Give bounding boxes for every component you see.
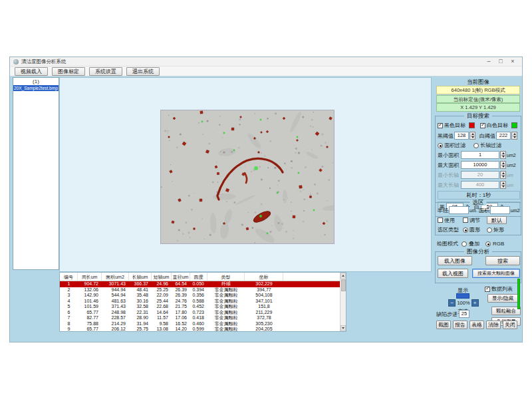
draw-mode-label: 绘图模式	[437, 240, 458, 247]
zoom-in-icon[interactable]: +	[471, 299, 479, 307]
radius-unit: um	[469, 208, 476, 213]
adjust-checkbox[interactable]	[463, 217, 468, 223]
circle-radio[interactable]	[463, 227, 468, 233]
menu-tab[interactable]: 退出系统	[126, 67, 160, 76]
table-row[interactable]: 1 904.72 3071.43 366.37 24.96 64.54 0.05…	[60, 281, 346, 287]
window-title: 清洁度图像分析系统	[21, 59, 66, 65]
axis-filter-label: 长轴过滤	[480, 142, 501, 149]
col-header[interactable]: 类型	[207, 273, 245, 281]
col-header[interactable]: 短轴um	[152, 273, 172, 281]
use-checkbox[interactable]	[438, 217, 443, 223]
table-row[interactable]: 8 75.88 214.29 31.94 9.58 16.52 0.460 非金…	[60, 321, 346, 327]
max-area-unit: um2	[507, 163, 516, 168]
radius-input[interactable]	[449, 206, 469, 214]
black-threshold-label: 黑阈值	[438, 132, 454, 140]
image-analysis-group: 图像分析 载入图像 搜索 载入视图 搜索最大颗粒图像	[435, 251, 521, 283]
current-image-title: 当前图像	[434, 78, 522, 85]
min-axis-stepper[interactable]	[500, 171, 506, 179]
table-row[interactable]: 4 101.46 481.63 30.16 25.44 24.76 0.588 …	[60, 299, 346, 305]
white-threshold-stepper[interactable]	[511, 132, 517, 140]
max-axis-input[interactable]: 400	[461, 181, 499, 189]
image-analysis-title: 图像分析	[464, 249, 492, 255]
area-filter-radio[interactable]	[438, 143, 443, 148]
image-viewport[interactable]	[59, 77, 432, 272]
col-header[interactable]: 圆度	[190, 273, 207, 281]
black-target-label: 黑色目标	[444, 122, 466, 129]
action-button[interactable]: 表格	[469, 321, 484, 329]
min-area-input[interactable]: 1	[461, 151, 499, 159]
black-threshold-input[interactable]: 128	[454, 132, 469, 140]
sel-area-unit: um2	[511, 208, 520, 213]
zoom-out-icon[interactable]: −	[448, 299, 456, 307]
min-area-stepper[interactable]	[500, 151, 506, 159]
menu-tab[interactable]: 图像标定	[52, 67, 85, 76]
col-header[interactable]: 直径um	[172, 273, 190, 281]
menu-tab[interactable]: 视频载入	[15, 67, 48, 76]
action-button[interactable]: 关闭	[503, 321, 517, 329]
show-hide-button[interactable]: 显示/隐藏	[487, 294, 518, 303]
table-row[interactable]: 9 65.77 206.12 25.75 13.08 14.20 0.599 非…	[60, 327, 346, 332]
file-list-item[interactable]: 20X_Sample2test.bmp	[13, 85, 59, 91]
load-image-button[interactable]: 载入图像	[438, 256, 472, 265]
close-icon[interactable]: ×	[507, 57, 519, 66]
col-header[interactable]: 周长um	[78, 273, 102, 281]
maximize-icon[interactable]: □	[495, 57, 507, 66]
radius-label: 半径	[438, 207, 448, 214]
col-header[interactable]: 编号	[60, 273, 78, 281]
action-button[interactable]: 报告	[453, 321, 467, 329]
table-row[interactable]: 2 132.06 944.94 48.41 25.25 26.39 0.394 …	[60, 287, 346, 293]
max-area-stepper[interactable]	[500, 161, 506, 169]
max-area-input[interactable]: 10000	[461, 161, 499, 169]
area-filter-label: 面积过滤	[444, 142, 466, 149]
calibration-label: 当前标定值(微米/像素)	[436, 95, 520, 103]
default-button[interactable]: 默认	[487, 216, 507, 224]
white-target-checkbox[interactable]	[480, 123, 485, 128]
menu-tab[interactable]: 系统设置	[89, 67, 122, 76]
table-scrollbar[interactable]	[340, 273, 346, 331]
max-axis-stepper[interactable]	[500, 181, 506, 189]
scroll-up-icon[interactable]	[340, 273, 346, 279]
scroll-thumb[interactable]	[341, 279, 346, 291]
microscope-image[interactable]	[161, 110, 334, 243]
rect-label: 矩形	[493, 226, 504, 233]
table-row[interactable]: 3 142.90 544.94 35.48 22.09 26.39 0.356 …	[60, 293, 346, 299]
scroll-down-icon[interactable]	[340, 325, 346, 331]
particle-overlay	[161, 110, 334, 243]
sel-area-input[interactable]	[490, 206, 510, 214]
min-axis-input[interactable]: 20	[461, 171, 499, 179]
rgb-radio[interactable]	[485, 241, 491, 247]
max-area-label: 最大面积	[438, 162, 460, 169]
black-threshold-stepper[interactable]	[469, 132, 475, 140]
app-window: 清洁度图像分析系统 – □ × 视频载入图像标定系统设置退出系统 (1) 20X…	[9, 57, 523, 342]
action-button[interactable]: 清除	[486, 321, 501, 329]
col-header[interactable]: 面积um2	[102, 273, 129, 281]
white-threshold-input[interactable]: 222	[496, 132, 511, 140]
overlay-radio[interactable]	[462, 241, 467, 247]
step-input[interactable]: 25	[459, 310, 469, 318]
col-header[interactable]: 坐标	[245, 273, 283, 281]
col-header[interactable]: 长轴um	[129, 273, 152, 281]
table-row[interactable]: 5 101.59 371.43 32.58 22.68 21.75 0.452 …	[60, 304, 346, 310]
selection-group: 选区 半径 um 面积 um2 使用 调节 默认 选区类型	[435, 202, 521, 235]
data-list-checkbox[interactable]	[485, 287, 490, 292]
white-target-color-swatch[interactable]	[511, 122, 517, 128]
black-target-color-swatch[interactable]	[469, 122, 475, 128]
particle-merge-button[interactable]: 颗粒融合	[491, 307, 521, 315]
max-axis-unit: um	[507, 183, 513, 188]
search-max-particle-button[interactable]: 搜索最大颗粒图像	[472, 269, 520, 278]
file-list: (1) 20X_Sample2test.bmp	[13, 77, 59, 270]
main-area: (1) 20X_Sample2test.bmp 编号	[10, 76, 522, 342]
action-button[interactable]: 截图	[436, 321, 451, 329]
selection-title: 选区	[470, 200, 487, 205]
particle-highlight	[259, 215, 262, 217]
table-row[interactable]: 7 82.77 228.57 28.90 11.57 17.06 0.418 非…	[60, 315, 346, 321]
axis-filter-radio[interactable]	[473, 143, 479, 148]
target-search-title: 目标搜索	[464, 113, 492, 119]
rect-radio[interactable]	[487, 227, 492, 233]
load-view-button[interactable]: 载入视图	[438, 269, 468, 278]
table-row[interactable]: 6 65.77 248.98 22.31 14.64 17.80 0.723 非…	[60, 310, 346, 316]
search-button[interactable]: 搜索	[485, 256, 520, 265]
black-target-checkbox[interactable]	[438, 123, 443, 128]
sel-area-label: 面积	[479, 207, 489, 214]
minimize-icon[interactable]: –	[483, 57, 495, 66]
